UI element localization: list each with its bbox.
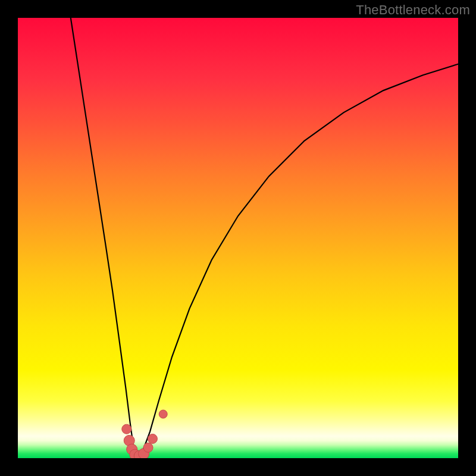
chart-frame: TheBottleneck.com xyxy=(0,0,476,476)
data-marker xyxy=(159,410,167,418)
plot-area xyxy=(18,18,458,458)
curve-svg xyxy=(18,18,458,458)
data-marker xyxy=(122,424,131,434)
bottleneck-curve-right xyxy=(137,64,458,458)
watermark-text: TheBottleneck.com xyxy=(356,2,470,18)
data-markers xyxy=(122,410,167,458)
data-marker xyxy=(143,443,153,452)
bottleneck-curve-left xyxy=(71,18,137,458)
data-marker xyxy=(148,434,157,443)
